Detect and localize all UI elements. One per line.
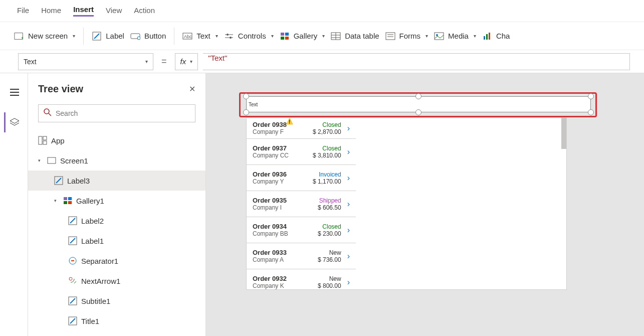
- svg-rect-11: [281, 33, 284, 36]
- resize-handle[interactable]: [243, 109, 249, 115]
- fx-button[interactable]: fx ▾: [175, 53, 198, 70]
- tree-node-label: NextArrow1: [81, 277, 120, 285]
- gallery-row[interactable]: Order 0938Company FClosed$ 2,870.00›⚠️: [247, 118, 356, 139]
- svg-rect-29: [39, 136, 42, 144]
- tree-node-gallery1[interactable]: ▾ Gallery1: [28, 191, 205, 211]
- resize-handle[interactable]: [588, 109, 594, 115]
- search-input[interactable]: [56, 109, 190, 117]
- tree-node-label3[interactable]: Label3: [28, 171, 205, 191]
- order-amount: $ 230.00: [305, 230, 341, 237]
- gallery-row[interactable]: Order 0932Company KNew$ 800.00›: [247, 269, 356, 290]
- tree-node-title1[interactable]: Title1: [28, 311, 205, 331]
- chevron-right-icon[interactable]: ›: [347, 124, 350, 133]
- charts-icon: [482, 32, 492, 41]
- svg-rect-37: [68, 201, 72, 204]
- chevron-right-icon[interactable]: ›: [347, 252, 350, 261]
- menu-action[interactable]: Action: [134, 6, 155, 16]
- tree-node-screen1[interactable]: ▾ Screen1: [28, 150, 205, 171]
- main-area: Tree view ✕ App ▾ Screen1 La: [0, 73, 644, 336]
- menu-insert[interactable]: Insert: [73, 5, 94, 17]
- property-dropdown[interactable]: Text ▾: [18, 53, 153, 70]
- menu-file[interactable]: File: [17, 6, 29, 16]
- order-status: Shipped: [305, 197, 341, 204]
- tree-node-subtitle1[interactable]: Subtitle1: [28, 291, 205, 311]
- gallery-row[interactable]: Order 0935Company IShipped$ 606.50›: [247, 191, 356, 217]
- chevron-right-icon[interactable]: ›: [347, 174, 350, 183]
- insert-button-button[interactable]: Button: [130, 32, 166, 41]
- tree-node-label1[interactable]: Label1: [28, 231, 205, 251]
- svg-rect-13: [281, 37, 284, 40]
- tree-node-app[interactable]: App: [28, 130, 205, 150]
- insert-media-dropdown[interactable]: Media ▾: [434, 32, 476, 41]
- insert-text-dropdown[interactable]: Abc Text ▾: [182, 32, 218, 41]
- insert-gallery-label: Gallery: [294, 32, 318, 40]
- chevron-right-icon[interactable]: ›: [347, 278, 350, 287]
- insert-media-label: Media: [448, 32, 469, 40]
- text-icon: Abc: [182, 32, 192, 41]
- scrollbar[interactable]: [561, 118, 566, 149]
- formula-bar: Text ▾ = fx ▾ "Text": [0, 50, 644, 73]
- tree-node-label: Label2: [81, 217, 104, 225]
- new-screen-label: New screen: [28, 32, 68, 40]
- insert-charts-label: Cha: [496, 32, 510, 40]
- gallery1-control[interactable]: Order 0938Company FClosed$ 2,870.00›⚠️Or…: [246, 117, 567, 290]
- gallery-row[interactable]: Order 0933Company ANew$ 736.00›: [247, 243, 356, 269]
- ribbon: + New screen ▾ Label Button Abc Text ▾ C…: [0, 22, 644, 50]
- nextarrow-icon: [68, 276, 77, 285]
- chevron-right-icon[interactable]: ›: [347, 226, 350, 235]
- order-amount: $ 3,810.00: [305, 152, 341, 159]
- order-company: Company Y: [253, 178, 305, 185]
- gallery-icon: [63, 197, 72, 205]
- resize-handle[interactable]: [588, 93, 594, 99]
- order-amount: $ 2,870.00: [305, 128, 341, 135]
- svg-rect-25: [486, 34, 488, 40]
- formula-input[interactable]: "Text": [203, 53, 630, 70]
- chevron-right-icon[interactable]: ›: [347, 147, 350, 156]
- insert-forms-dropdown[interactable]: Forms ▾: [385, 32, 428, 41]
- hamburger-button[interactable]: [4, 82, 24, 102]
- tree-node-label2[interactable]: Label2: [28, 211, 205, 231]
- order-status: New: [305, 275, 341, 282]
- label-icon: [68, 236, 77, 245]
- insert-button-text: Button: [144, 32, 166, 40]
- gallery-row[interactable]: Order 0936Company YInvoiced$ 1,170.00›: [247, 165, 356, 191]
- insert-charts-dropdown[interactable]: Cha: [482, 32, 510, 41]
- order-company: Company A: [253, 256, 305, 263]
- forms-icon: [385, 32, 395, 41]
- gallery-row[interactable]: Order 0934Company BBClosed$ 230.00›: [247, 217, 356, 243]
- canvas[interactable]: Text Order 0938Company FClosed$ 2,870.00…: [206, 73, 644, 336]
- order-company: Company CC: [253, 152, 305, 159]
- property-dropdown-value: Text: [24, 58, 37, 66]
- tree-view-rail-button[interactable]: [4, 112, 24, 132]
- svg-point-27: [44, 109, 49, 114]
- tree-node-label: App: [51, 136, 65, 145]
- svg-rect-26: [489, 33, 490, 40]
- new-screen-icon: +: [14, 32, 24, 41]
- label-icon: [92, 32, 102, 41]
- menu-view[interactable]: View: [106, 6, 122, 16]
- search-icon: [44, 108, 52, 118]
- search-box[interactable]: [38, 104, 195, 122]
- new-screen-button[interactable]: + New screen ▾: [14, 32, 75, 41]
- insert-label-button[interactable]: Label: [92, 32, 124, 41]
- insert-controls-label: Controls: [238, 32, 266, 40]
- insert-forms-label: Forms: [399, 32, 421, 40]
- order-amount: $ 606.50: [305, 204, 341, 211]
- resize-handle[interactable]: [415, 93, 421, 99]
- resize-handle[interactable]: [243, 93, 249, 99]
- menu-home[interactable]: Home: [41, 6, 61, 16]
- order-status: Invoiced: [305, 171, 341, 178]
- insert-datatable-button[interactable]: Data table: [331, 32, 379, 41]
- insert-gallery-dropdown[interactable]: Gallery ▾: [280, 32, 325, 41]
- caret-icon[interactable]: ▾: [54, 198, 59, 203]
- tree-node-separator1[interactable]: Separator1: [28, 251, 205, 271]
- tree-node-nextarrow1[interactable]: NextArrow1: [28, 271, 205, 291]
- caret-icon[interactable]: ▾: [38, 158, 43, 163]
- chevron-right-icon[interactable]: ›: [347, 200, 350, 209]
- order-status: New: [305, 249, 341, 256]
- close-icon[interactable]: ✕: [189, 84, 195, 94]
- gallery-row[interactable]: Order 0937Company CCClosed$ 3,810.00›: [247, 139, 356, 165]
- insert-controls-dropdown[interactable]: Controls ▾: [224, 32, 274, 41]
- resize-handle[interactable]: [415, 109, 421, 115]
- datatable-icon: [331, 32, 341, 41]
